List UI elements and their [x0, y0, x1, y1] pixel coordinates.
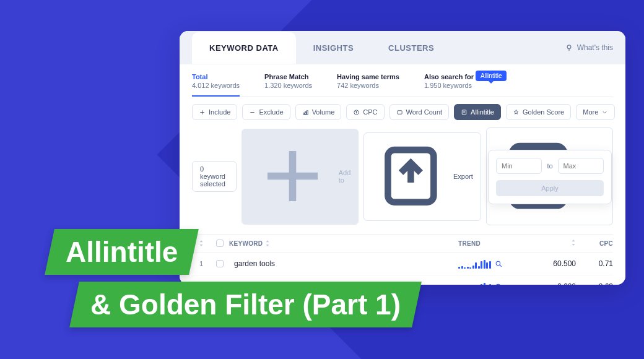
tab-bar: KEYWORD DATA INSIGHTS CLUSTERS What's th… — [180, 31, 625, 64]
magnifier-icon[interactable] — [495, 283, 503, 285]
filter-label: More — [583, 108, 598, 116]
stat-phrase-match[interactable]: Phrase Match 1.320 keywords — [264, 73, 312, 90]
popover-inputs: to — [496, 158, 604, 174]
row-trend — [458, 282, 533, 285]
sparkline-icon — [458, 259, 491, 269]
add-to-button[interactable]: Add to — [242, 129, 359, 225]
filter-label: Exclude — [259, 108, 283, 116]
filter-label: Allintitle — [471, 108, 494, 116]
lightbulb-icon — [565, 43, 573, 52]
to-label: to — [547, 162, 552, 170]
allintitle-icon — [461, 109, 468, 116]
export-icon — [372, 137, 450, 217]
row-volume: 60.500 — [533, 259, 582, 268]
filter-cpc[interactable]: CPC — [346, 104, 384, 120]
whats-this-label: What's this — [577, 43, 613, 52]
whats-this-link[interactable]: What's this — [565, 43, 613, 52]
filter-label: Include — [209, 108, 230, 116]
filter-label: CPC — [363, 108, 377, 116]
svg-point-0 — [567, 45, 571, 49]
col-trend[interactable]: TREND — [458, 240, 533, 247]
table-row: 1garden tools60.5000.71 — [192, 253, 613, 275]
filter-label: Volume — [312, 108, 335, 116]
apply-button[interactable]: Apply — [496, 180, 604, 196]
svg-rect-3 — [307, 110, 308, 114]
table-header: KEYWORD TREND CPC — [192, 234, 613, 253]
col-label: KEYWORD — [229, 240, 263, 247]
tab-clusters[interactable]: CLUSTERS — [371, 32, 451, 64]
stat-value: 1.950 keywords — [424, 82, 474, 89]
row-volume: 6.600 — [533, 282, 582, 285]
filter-allintitle[interactable]: Allintitle — [454, 104, 501, 120]
plus-icon — [199, 109, 206, 116]
stat-label: Phrase Match — [264, 73, 312, 80]
svg-point-10 — [496, 284, 500, 285]
stat-same-terms[interactable]: Having same terms 742 keywords — [337, 73, 399, 90]
minus-icon — [249, 109, 256, 116]
volume-icon — [302, 109, 309, 116]
row-keyword: garden tools — [229, 259, 458, 268]
stat-label: Total — [192, 73, 240, 80]
col-keyword[interactable]: KEYWORD — [229, 240, 458, 247]
cpc-icon — [353, 109, 360, 116]
checkbox-icon — [216, 240, 224, 247]
golden-score-icon — [513, 109, 520, 116]
max-input[interactable] — [558, 158, 604, 174]
svg-rect-1 — [303, 113, 304, 115]
stat-row: Total 4.012 keywords Phrase Match 1.320 … — [192, 73, 613, 97]
sort-icon — [571, 240, 576, 246]
filter-label: Golden Score — [523, 108, 564, 116]
checkbox-icon — [216, 260, 224, 267]
allintitle-tooltip: Allintitle — [476, 71, 507, 81]
min-input[interactable] — [496, 158, 542, 174]
stat-value: 1.320 keywords — [264, 82, 312, 89]
row-number: 1 — [192, 260, 211, 267]
stat-total[interactable]: Total 4.012 keywords — [192, 73, 240, 97]
filter-row: Include Exclude Volume CPC Word Count Al… — [192, 104, 613, 120]
row-cpc: 0.71 — [582, 259, 613, 268]
filter-volume[interactable]: Volume — [295, 104, 342, 120]
stat-value: 4.012 keywords — [192, 82, 240, 89]
export-button[interactable]: Export — [363, 132, 481, 221]
col-volume[interactable] — [533, 240, 582, 247]
allintitle-range-popover: to Apply — [488, 150, 612, 204]
keyword-table: KEYWORD TREND CPC 1garden tools60.5000.7… — [192, 234, 613, 285]
stat-value: 742 keywords — [337, 82, 399, 89]
col-cpc[interactable]: CPC — [582, 240, 613, 247]
title-banner-line2: & Golden Filter (Part 1) — [69, 282, 422, 327]
filter-exclude[interactable]: Exclude — [242, 104, 290, 120]
filter-word-count[interactable]: Word Count — [389, 104, 450, 120]
plus-icon — [250, 133, 336, 220]
tab-insights[interactable]: INSIGHTS — [296, 32, 371, 64]
magnifier-icon[interactable] — [495, 260, 503, 268]
chevron-down-icon — [601, 109, 608, 116]
filter-include[interactable]: Include — [192, 104, 237, 120]
filter-more[interactable]: More — [576, 104, 615, 120]
app-window: KEYWORD DATA INSIGHTS CLUSTERS What's th… — [180, 31, 625, 285]
stat-label: Having same terms — [337, 73, 399, 80]
svg-rect-5 — [397, 110, 401, 114]
tab-keyword-data[interactable]: KEYWORD DATA — [192, 32, 296, 64]
row-cpc: 0.63 — [582, 282, 613, 285]
stat-also-search[interactable]: Also search for 1.950 keywords — [424, 73, 474, 90]
sort-icon — [199, 240, 204, 246]
sort-icon — [265, 240, 270, 246]
word-count-icon — [396, 109, 403, 116]
button-label: Add to — [339, 169, 351, 184]
svg-point-9 — [496, 261, 500, 266]
stat-label: Also search for — [424, 73, 474, 80]
filter-golden-score[interactable]: Golden Score — [506, 104, 571, 120]
title-banner-line1: Allintitle — [45, 229, 199, 275]
row-trend — [458, 259, 533, 269]
filter-label: Word Count — [406, 108, 443, 116]
selection-info: 0 keyword selected — [192, 161, 237, 192]
button-label: Export — [453, 173, 473, 180]
row-checkbox[interactable] — [211, 260, 229, 267]
col-checkbox-all[interactable] — [211, 240, 229, 247]
svg-rect-2 — [305, 111, 306, 115]
sparkline-icon — [458, 282, 491, 285]
